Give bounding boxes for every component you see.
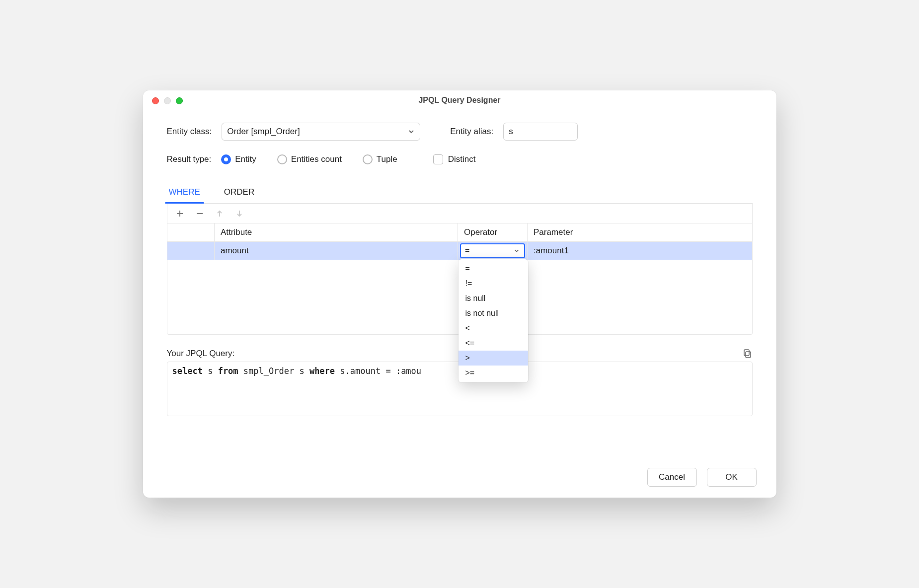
radio-checked-icon (221, 154, 231, 164)
copy-query-button[interactable] (743, 349, 753, 359)
distinct-checkbox[interactable]: Distinct (433, 154, 476, 164)
table-header-row: Attribute Operator Parameter (167, 223, 752, 242)
entity-alias-input[interactable]: s (503, 123, 578, 141)
cancel-button[interactable]: Cancel (647, 468, 697, 487)
minimize-window-button[interactable] (164, 97, 171, 104)
tab-order[interactable]: ORDER (222, 187, 256, 203)
remove-row-button[interactable] (194, 208, 205, 219)
chevron-down-icon (408, 128, 415, 135)
dialog-window: JPQL Query Designer Entity class: Order … (143, 90, 776, 498)
zoom-window-button[interactable] (176, 97, 183, 104)
window-title: JPQL Query Designer (418, 96, 500, 105)
ok-button[interactable]: OK (707, 468, 757, 487)
move-down-button[interactable] (234, 208, 245, 219)
operator-option[interactable]: < (459, 321, 528, 336)
table-row[interactable]: amount = :amount1 (167, 242, 752, 260)
header-parameter: Parameter (528, 223, 752, 242)
result-type-entity[interactable]: Entity (221, 154, 256, 164)
svg-rect-5 (746, 352, 751, 358)
radio-icon (277, 154, 287, 164)
operator-dropdown[interactable]: =!=is nullis not null<<=>>= (459, 259, 528, 382)
header-attribute: Attribute (215, 223, 458, 242)
close-window-button[interactable] (152, 97, 159, 104)
entity-alias-label: Entity alias: (450, 127, 493, 137)
entity-class-label: Entity class: (167, 127, 212, 137)
operator-option[interactable]: > (459, 351, 528, 366)
chevron-down-icon (513, 247, 520, 254)
entity-alias-value: s (509, 127, 513, 137)
entity-class-select[interactable]: Order [smpl_Order] (222, 123, 420, 141)
operator-option[interactable]: is not null (459, 306, 528, 321)
result-type-tuple[interactable]: Tuple (363, 154, 397, 164)
window-controls (152, 97, 183, 104)
header-operator: Operator (458, 223, 528, 242)
entity-class-value: Order [smpl_Order] (227, 127, 300, 137)
condition-tabs: WHERE ORDER (167, 187, 753, 204)
operator-select[interactable]: = (460, 243, 525, 258)
conditions-table: Attribute Operator Parameter amount = (167, 223, 752, 260)
add-row-button[interactable] (174, 208, 185, 219)
cell-operator[interactable]: = (458, 242, 528, 260)
dialog-footer: Cancel OK (647, 468, 757, 487)
query-label: Your JPQL Query: (167, 349, 235, 359)
checkbox-icon (433, 154, 443, 164)
operator-option[interactable]: <= (459, 336, 528, 351)
conditions-table-area: Attribute Operator Parameter amount = (167, 204, 753, 335)
operator-option[interactable]: != (459, 276, 528, 291)
svg-rect-6 (744, 350, 749, 356)
cell-attribute[interactable]: amount (215, 242, 458, 260)
table-toolbar (167, 204, 752, 223)
result-type-entities-count[interactable]: Entities count (277, 154, 342, 164)
operator-option[interactable]: = (459, 261, 528, 276)
result-type-label: Result type: (167, 154, 212, 164)
cell-parameter[interactable]: :amount1 (528, 242, 752, 260)
tab-where[interactable]: WHERE (167, 187, 202, 203)
operator-option[interactable]: >= (459, 366, 528, 380)
titlebar: JPQL Query Designer (143, 90, 776, 110)
move-up-button[interactable] (214, 208, 225, 219)
operator-option[interactable]: is null (459, 291, 528, 306)
radio-icon (363, 154, 373, 164)
